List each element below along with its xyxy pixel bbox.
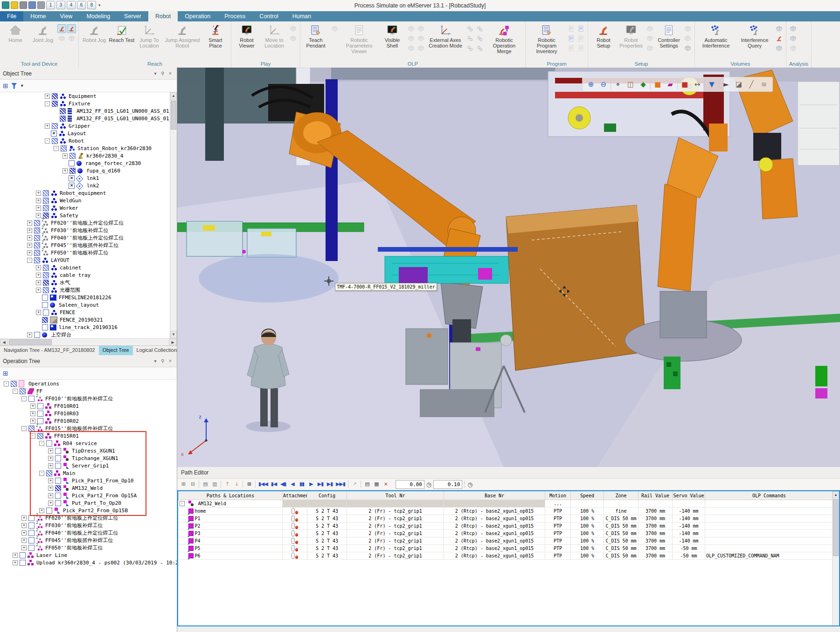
tree-item[interactable]: +水气 — [0, 279, 177, 286]
tree-item-label[interactable]: FF010R03 — [54, 411, 82, 417]
robotic-parameters-viewer-button[interactable]: Robotic Parameters Viewer — [340, 23, 378, 55]
cell-zone[interactable]: C_DIS 50 mm — [604, 552, 639, 560]
cell-tool[interactable]: 2 (Fr) - tcp2_grip1 — [347, 552, 444, 560]
visibility-checkbox[interactable] — [42, 324, 48, 330]
program-edit-icon[interactable] — [576, 34, 585, 43]
visibility-checkbox[interactable] — [34, 235, 40, 241]
visibility-checkbox[interactable] — [52, 138, 58, 144]
cell-base[interactable]: 2 (Rtcp) - base2_xgun1_op015 — [444, 537, 545, 545]
robotic-program-inventory-button[interactable]: Robotic Program Inventory — [528, 23, 565, 55]
tree-item-label[interactable]: Safety — [60, 213, 81, 219]
collapse-icon[interactable]: - — [27, 258, 32, 263]
erase-icon[interactable]: ◪ — [733, 79, 744, 90]
tree-item-label[interactable]: FF015R01 — [54, 433, 82, 439]
program-upload-icon[interactable] — [567, 24, 576, 33]
copy-locations-button[interactable]: ▤ — [201, 480, 209, 489]
axis-frame-icon[interactable] — [465, 34, 474, 43]
visibility-checkbox[interactable] — [43, 213, 49, 219]
visibility-checkbox[interactable] — [60, 116, 66, 122]
screenshot-icon[interactable] — [20, 1, 27, 9]
chevron-down-icon[interactable]: ▾ — [152, 358, 159, 364]
tab-robot[interactable]: Robot — [148, 11, 178, 21]
tree-item-label[interactable]: FF045''前地板抓件补焊工位 — [45, 537, 116, 544]
visibility-checkbox[interactable] — [34, 242, 40, 248]
clock-icon[interactable]: ◷ — [467, 481, 472, 488]
cell-name[interactable]: P6 — [179, 552, 283, 560]
volume-arc-icon[interactable] — [775, 44, 784, 53]
tree-item-label[interactable]: Robot — [69, 138, 87, 144]
cell-rail[interactable]: 3700 mm — [639, 530, 673, 537]
tree-item[interactable]: -FF010''前地板抓件补焊工位 — [0, 395, 177, 402]
panel-tab-object-tree[interactable]: Object Tree — [99, 346, 133, 355]
tools-icon[interactable] — [646, 44, 654, 53]
column-header-olp-commands[interactable]: OLP Commands — [705, 491, 833, 500]
cell-name[interactable]: P4 — [179, 537, 283, 545]
tree-item-label[interactable]: lnk1 — [87, 175, 102, 181]
close-icon[interactable]: × — [167, 71, 174, 76]
expand-icon[interactable]: + — [21, 523, 27, 528]
expand-icon[interactable]: + — [30, 411, 35, 416]
collapse-icon[interactable]: - — [30, 433, 35, 439]
tree-item[interactable]: +Equipment — [0, 92, 177, 100]
move-to-location-button[interactable]: Move to Location — [261, 23, 287, 49]
viewer-layout-button-3[interactable]: 3 — [56, 1, 65, 9]
tree-item[interactable]: +FF010R02 — [0, 417, 177, 425]
cell-att[interactable] — [283, 500, 307, 508]
robot-properties-button[interactable]: Robot Properties — [618, 23, 644, 49]
working-frame-icon[interactable]: ■ — [679, 79, 690, 90]
tab-view[interactable]: View — [53, 11, 80, 21]
filter-dropdown-icon[interactable]: ▼ — [20, 83, 24, 88]
collapse-icon[interactable]: - — [4, 381, 9, 386]
tree-item-label[interactable]: Fixture — [69, 101, 93, 107]
tree-item-label[interactable]: FF040''前地板上件定位焊工位 — [45, 529, 121, 536]
cell-att[interactable] — [283, 515, 307, 522]
tree-item-label[interactable]: Saleen_layout — [59, 302, 102, 308]
visibility-checkbox[interactable] — [20, 388, 26, 394]
interference-query-button[interactable]: Interference Query — [736, 23, 773, 49]
visibility-checkbox[interactable] — [28, 396, 35, 402]
cell-speed[interactable]: 100 % — [571, 522, 604, 530]
column-header-zone[interactable]: Zone — [604, 491, 639, 500]
cell-rail[interactable]: 3700 mm — [639, 537, 673, 545]
tree-item-label[interactable]: Tipchange_XGUN1 — [72, 455, 121, 461]
tree-item[interactable]: FENCE_20190321 — [0, 316, 177, 323]
expand-icon[interactable]: + — [48, 448, 53, 453]
zoom-in-icon[interactable]: ⊕ — [585, 79, 597, 90]
customize-columns-button[interactable]: ⊞ — [245, 480, 253, 489]
visibility-checkbox[interactable] — [34, 332, 40, 338]
location-name[interactable]: P4 — [195, 538, 201, 543]
location-name[interactable]: P1 — [195, 516, 201, 521]
expand-icon[interactable]: + — [30, 404, 35, 409]
gun-search-icon[interactable] — [407, 44, 416, 53]
tree-item-label[interactable]: Worker — [60, 205, 81, 211]
robotic-operation-merge-button[interactable]: Robotic Operation Merge — [486, 23, 523, 55]
tree-item[interactable]: -FF015R01 — [0, 432, 177, 440]
cell-olp[interactable]: OLP_CUSTOMIZED_COMMAND_NAM — [705, 552, 833, 560]
cell-motion[interactable]: PTP — [545, 530, 571, 537]
visibility-checkbox[interactable] — [37, 403, 43, 409]
expand-icon[interactable]: + — [45, 94, 50, 99]
jump-to-start-button[interactable]: ▮◀◀ — [257, 480, 269, 489]
automatic-interference-button[interactable]: Automatic Interference — [697, 23, 735, 49]
expand-icon[interactable]: + — [36, 213, 41, 218]
standard-views-icon[interactable]: ◫ — [625, 79, 636, 90]
visibility-checkbox[interactable] — [20, 560, 26, 566]
visibility-checkbox[interactable] — [55, 455, 61, 461]
tree-item[interactable]: +kr360r2830_4 — [0, 152, 177, 159]
tree-item-label[interactable]: AM132_FF_015_LG01_UN000_ASS_01_20190218_… — [76, 116, 177, 122]
expand-icon[interactable]: + — [27, 235, 32, 240]
scroll-thumb[interactable] — [9, 339, 52, 345]
edit-simulation-button[interactable]: ▤ — [363, 480, 371, 489]
cell-config[interactable]: S 2 T 43 — [307, 530, 347, 537]
path-row[interactable]: homeS 2 T 432 (Fr) - tcp2_grip12 (Rtcp) … — [179, 508, 833, 515]
visibility-checkbox[interactable] — [46, 440, 52, 447]
controller-settings-button[interactable]: Controller Settings — [656, 23, 682, 49]
tree-item[interactable]: +Upload kr360r2830_4 - ps002 (30/03/2019… — [0, 559, 177, 566]
cell-att[interactable] — [283, 530, 307, 537]
visibility-checkbox[interactable] — [60, 108, 66, 114]
tree-layout-icon[interactable]: ⊞ — [3, 82, 8, 89]
visibility-checkbox[interactable] — [55, 463, 61, 469]
visibility-checkbox[interactable] — [69, 168, 76, 174]
cell-servo[interactable]: -50 mm — [673, 552, 705, 560]
expand-icon[interactable]: + — [27, 228, 32, 233]
